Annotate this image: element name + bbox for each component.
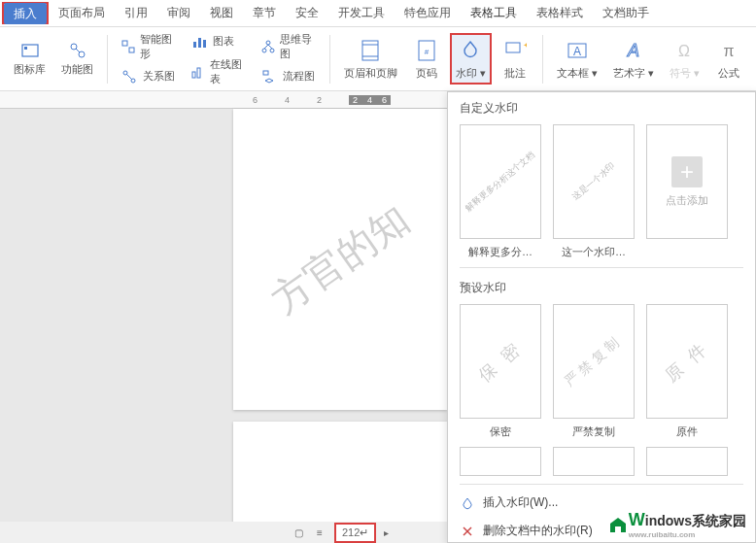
func-chart-button[interactable]: 功能图	[55, 39, 99, 79]
tab-table-tools[interactable]: 表格工具	[461, 1, 527, 25]
house-icon	[607, 515, 629, 534]
tab-page-layout[interactable]: 页面布局	[49, 1, 115, 25]
tab-reference[interactable]: 引用	[115, 1, 157, 25]
formula-button[interactable]: π 公式	[709, 35, 748, 83]
tab-special-app[interactable]: 特色应用	[395, 1, 461, 25]
custom-watermark-title: 自定义水印	[448, 92, 755, 120]
mind-map-icon	[259, 37, 277, 56]
tab-review[interactable]: 审阅	[157, 1, 200, 25]
smart-graphic-icon	[120, 37, 137, 56]
art-text-button[interactable]: A 艺术字 ▾	[607, 35, 660, 83]
svg-marker-21	[265, 79, 273, 83]
flowchart-icon	[259, 67, 279, 86]
preset-label-original: 原件	[676, 424, 698, 439]
art-text-label: 艺术字 ▾	[613, 66, 654, 81]
formula-icon: π	[715, 37, 742, 64]
svg-rect-14	[197, 68, 200, 78]
formula-label: 公式	[718, 66, 739, 81]
svg-rect-0	[22, 45, 38, 56]
page-num-label: 页码	[416, 66, 437, 81]
svg-rect-20	[263, 71, 268, 75]
watermark-button[interactable]: 水印 ▾	[450, 33, 492, 85]
relation-chart-icon	[120, 67, 139, 86]
tab-doc-helper[interactable]: 文档助手	[593, 1, 659, 25]
comment-button[interactable]: ✦ 批注	[496, 35, 534, 83]
section-icon: ≡	[313, 526, 326, 539]
svg-point-17	[270, 49, 274, 52]
watermark-icon	[457, 37, 484, 64]
tab-table-style[interactable]: 表格样式	[527, 1, 593, 25]
svg-line-19	[268, 45, 272, 49]
page-num-icon: #	[413, 37, 440, 64]
nav-arrow-icon[interactable]: ▸	[384, 527, 389, 538]
flowchart-button[interactable]: 流程图	[256, 65, 322, 88]
tab-view[interactable]: 视图	[200, 1, 243, 25]
header-footer-label: 页眉和页脚	[344, 66, 397, 81]
preset-watermark-4[interactable]	[460, 447, 541, 476]
preset-label-confidential: 保密	[490, 424, 511, 439]
comment-label: 批注	[504, 66, 526, 81]
svg-line-18	[264, 45, 268, 49]
header-footer-button[interactable]: 页眉和页脚	[338, 35, 403, 83]
svg-rect-36	[615, 526, 621, 532]
textbox-icon: A	[564, 37, 591, 64]
watermark-label: 水印 ▾	[456, 66, 486, 81]
svg-line-9	[126, 74, 132, 80]
preset-watermark-title: 预设水印	[448, 272, 755, 300]
mind-map-button[interactable]: 思维导图	[256, 30, 322, 63]
page-watermark-text: 方官的知	[261, 193, 420, 326]
symbol-button[interactable]: Ω 符号 ▾	[664, 35, 705, 83]
add-watermark-button[interactable]: + 点击添加	[646, 124, 728, 239]
custom-watermark-thumb-2[interactable]: 这是一个水印	[553, 124, 635, 239]
preset-watermark-original[interactable]: 原 件	[646, 304, 728, 419]
tab-insert[interactable]: 插入	[4, 3, 47, 24]
svg-rect-5	[122, 41, 127, 46]
custom-watermark-thumb-1[interactable]: 解释更多分析这个文档	[460, 124, 541, 239]
watermark-dropdown: 自定义水印 解释更多分析这个文档 解释更多分… 这是一个水印 这一个水印… + …	[447, 91, 756, 543]
textbox-label: 文本框 ▾	[557, 66, 598, 81]
icon-library-label: 图标库	[14, 62, 46, 77]
symbol-icon: Ω	[670, 37, 698, 64]
svg-rect-27	[506, 43, 520, 52]
document-page-1[interactable]: 方官的知	[233, 109, 447, 410]
svg-rect-22	[362, 41, 378, 60]
tab-security[interactable]: 安全	[286, 1, 328, 25]
tab-dev-tools[interactable]: 开发工具	[328, 1, 395, 25]
textbox-button[interactable]: A 文本框 ▾	[551, 35, 603, 83]
page-num-button[interactable]: # 页码	[407, 35, 446, 83]
art-text-icon: A	[620, 37, 647, 64]
relation-chart-button[interactable]: 关系图	[116, 65, 182, 88]
online-chart-button[interactable]: 在线图表	[186, 55, 252, 88]
svg-point-15	[266, 41, 270, 45]
chart-button[interactable]: 图表	[186, 30, 252, 53]
icon-library-button[interactable]: 图标库	[8, 39, 52, 79]
symbol-label: 符号 ▾	[670, 66, 700, 81]
online-chart-icon	[189, 62, 207, 82]
preset-watermark-6[interactable]	[646, 447, 728, 476]
document-page-2[interactable]	[233, 422, 447, 538]
svg-rect-13	[192, 72, 195, 78]
svg-text:A: A	[627, 41, 639, 60]
svg-rect-1	[24, 47, 27, 50]
svg-text:Ω: Ω	[678, 43, 690, 59]
svg-rect-12	[203, 40, 206, 48]
smart-graphic-button[interactable]: 智能图形	[116, 30, 182, 63]
preset-watermark-nocopy[interactable]: 严禁复制	[553, 304, 635, 419]
page-icon: ▢	[292, 526, 305, 539]
page-number-input[interactable]: 212↵	[334, 523, 376, 543]
preset-watermark-confidential[interactable]: 保 密	[460, 304, 541, 419]
func-chart-icon	[68, 41, 87, 60]
header-footer-icon	[357, 37, 384, 64]
custom-watermark-label-2: 这一个水印…	[562, 245, 626, 259]
tab-chapter[interactable]: 章节	[243, 1, 286, 25]
delete-icon	[460, 524, 475, 539]
droplet-icon	[460, 495, 475, 511]
icon-library-icon	[20, 41, 40, 60]
preset-watermark-5[interactable]	[553, 447, 635, 476]
svg-text:✦: ✦	[523, 40, 527, 51]
chart-icon	[189, 32, 209, 51]
svg-text:#: #	[425, 48, 430, 56]
plus-icon: +	[671, 156, 703, 187]
svg-point-16	[262, 49, 266, 52]
svg-rect-6	[129, 48, 134, 52]
